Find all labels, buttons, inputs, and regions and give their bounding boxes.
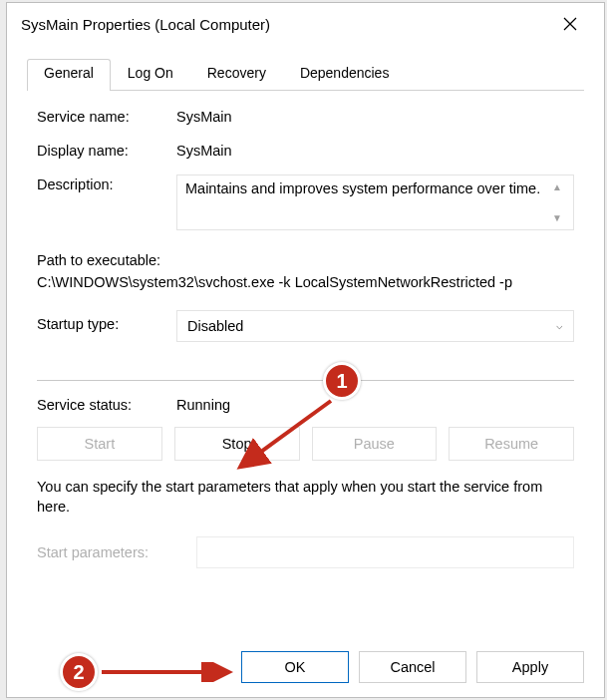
general-panel: Service name: SysMain Display name: SysM… (27, 91, 584, 627)
apply-button[interactable]: Apply (476, 651, 584, 683)
annotation-badge-1: 1 (323, 362, 361, 400)
button-label: Stop (222, 436, 252, 452)
tab-recovery[interactable]: Recovery (190, 59, 283, 91)
annotation-badge-2: 2 (60, 653, 98, 691)
ok-button[interactable]: OK (241, 651, 349, 683)
title-bar: SysMain Properties (Local Computer) (7, 3, 604, 45)
description-text: Maintains and improves system performanc… (185, 179, 549, 225)
description-scroll[interactable]: ▲ ▼ (549, 179, 565, 225)
button-label: OK (285, 659, 306, 675)
start-parameters-note: You can specify the start parameters tha… (37, 477, 574, 518)
startup-type-value: Disabled (187, 318, 243, 334)
tab-label: Recovery (207, 65, 266, 81)
window-title: SysMain Properties (Local Computer) (21, 16, 270, 33)
service-properties-window: SysMain Properties (Local Computer) Gene… (6, 2, 605, 698)
divider (37, 380, 574, 381)
button-label: Pause (354, 436, 395, 452)
service-name-label: Service name: (37, 107, 176, 125)
button-label: Start (85, 436, 116, 452)
tab-label: General (44, 65, 94, 81)
start-button: Start (37, 427, 162, 461)
tab-label: Dependencies (300, 65, 390, 81)
button-label: Apply (512, 659, 548, 675)
cancel-button[interactable]: Cancel (359, 651, 466, 683)
display-name-label: Display name: (37, 141, 176, 159)
resume-button: Resume (449, 427, 574, 461)
tab-log-on[interactable]: Log On (111, 59, 190, 91)
startup-type-select[interactable]: Disabled ⌵ (176, 310, 574, 342)
start-parameters-label: Start parameters: (37, 544, 196, 560)
tab-general[interactable]: General (27, 59, 111, 91)
tab-label: Log On (128, 65, 173, 81)
pause-button: Pause (312, 427, 438, 461)
start-parameters-input (196, 536, 574, 568)
display-name-value: SysMain (176, 141, 574, 159)
path-value: C:\WINDOWS\system32\svchost.exe -k Local… (37, 272, 574, 294)
scroll-up-icon: ▲ (552, 181, 562, 192)
scroll-down-icon: ▼ (552, 212, 562, 223)
path-label: Path to executable: (37, 250, 574, 272)
dialog-button-row: OK Cancel Apply (241, 651, 584, 683)
service-name-value: SysMain (176, 107, 574, 125)
description-label: Description: (37, 175, 176, 192)
service-status-label: Service status: (37, 395, 176, 413)
service-status-value: Running (176, 395, 574, 413)
stop-button[interactable]: Stop (174, 427, 300, 461)
description-box: Maintains and improves system performanc… (176, 175, 574, 230)
close-button[interactable] (548, 8, 592, 40)
button-label: Cancel (390, 659, 435, 675)
close-icon (563, 17, 577, 31)
tab-dependencies[interactable]: Dependencies (283, 59, 407, 91)
button-label: Resume (484, 436, 538, 452)
tab-strip: General Log On Recovery Dependencies (27, 59, 584, 91)
startup-type-label: Startup type: (37, 310, 176, 332)
chevron-down-icon: ⌵ (556, 319, 563, 332)
